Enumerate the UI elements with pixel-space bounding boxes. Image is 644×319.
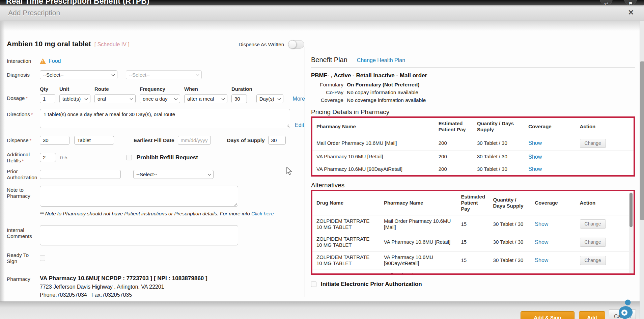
pricing-table: Pharmacy Name Estimated Patient Pay Quan…	[312, 118, 634, 175]
required-asterisk: *	[26, 96, 27, 101]
col-pharmacy-name: Pharmacy Name	[312, 121, 435, 132]
earliest-fill-date-input[interactable]: mm/dd/yyyy	[178, 136, 211, 145]
pricing-patient-pay: 200	[435, 151, 473, 162]
alt-change-button[interactable]: Change	[580, 274, 606, 275]
prior-authorization-input[interactable]	[40, 170, 121, 179]
coverage-show-link[interactable]: Show	[528, 154, 542, 160]
pricing-row: VA Pharmacy 10.6MU [Retail] 200 30 Table…	[312, 151, 634, 163]
frequency-select[interactable]: once a day	[140, 94, 180, 103]
col-estimated-patient-pay: Estimated Patient Pay	[457, 191, 489, 215]
directions-textarea[interactable]: 1 tablet(s) once a day after a meal for …	[40, 109, 290, 128]
epa-checkbox[interactable]	[311, 282, 316, 287]
benefit-plan-title: Benefit Plan	[311, 56, 347, 64]
note-to-pharmacy-label: Note to Pharmacy	[7, 186, 40, 199]
duration-unit-select[interactable]: Day(s)	[256, 94, 283, 103]
window-scrollbar-thumb[interactable]	[640, 61, 644, 220]
diagnosis-select-2-value: --Select--	[129, 72, 150, 78]
prior-authorization-select[interactable]: --Select--	[133, 170, 214, 179]
pricing-quantity: 30 Tablet / 30	[473, 151, 524, 162]
alt-change-button[interactable]: Change	[580, 238, 606, 247]
assistant-icon[interactable]	[617, 299, 634, 319]
route-select[interactable]: oral	[94, 94, 136, 103]
when-select[interactable]: after a meal	[184, 94, 227, 103]
required-asterisk: *	[22, 158, 24, 163]
alternative-row: ZOLPIDEM TARTRATE 10 MG TABLET VA Pharma…	[312, 251, 634, 269]
when-label: When	[184, 86, 227, 92]
internal-comments-text	[40, 223, 47, 234]
note-disclaimer-row: ** Note to Pharmacy should not have Pati…	[7, 211, 305, 216]
coverage-show-link[interactable]: Show	[528, 166, 542, 172]
route-label: Route	[94, 86, 136, 92]
resize-grip-icon[interactable]	[234, 203, 237, 206]
diagnosis-select-1[interactable]: --Select--	[40, 70, 117, 79]
days-of-supply-label: Days of Supply	[227, 137, 265, 143]
dispense-qty-input[interactable]: 30	[40, 136, 69, 145]
qty-label: Qty	[40, 86, 55, 92]
alt-change-button[interactable]: Change	[580, 219, 606, 229]
frequency-value: once a day	[143, 96, 167, 102]
diagnosis-select-2[interactable]: --Select--	[126, 70, 202, 79]
route-value: oral	[97, 96, 106, 102]
resize-grip-icon[interactable]	[286, 124, 289, 127]
alternative-row: ZOLPIDEM TARTRATE 10 MG TABLET Mail Orde…	[312, 215, 634, 233]
dosage-label-text: Dosage	[7, 95, 25, 101]
dispense-unit-input[interactable]: Tablet	[74, 136, 114, 145]
share-glyph: ↩	[604, 1, 609, 5]
alt-pharmacy-name: VA Pharmacy 10.6MU [90DayAtRetail]	[380, 251, 457, 269]
pricing-change-button[interactable]: Change	[580, 139, 606, 148]
chevron-down-icon	[208, 172, 211, 176]
share-icon[interactable]: ↩	[600, 0, 613, 5]
flag-icon[interactable]: ⚑	[624, 0, 637, 5]
internal-comments-row: Internal Comments	[7, 225, 305, 245]
modal-header: Add Prescription ✕	[0, 5, 644, 21]
dispense-label: Dispense*	[7, 137, 40, 143]
alt-change-button[interactable]: Change	[580, 256, 606, 265]
pricing-pharmacy-name: VA Pharmacy 10.6MU [Retail]	[312, 151, 435, 162]
click-here-link[interactable]: Click here	[251, 211, 274, 216]
note-to-pharmacy-textarea[interactable]	[40, 186, 238, 207]
diagnosis-label: Diagnosis	[7, 72, 40, 78]
ready-to-sign-checkbox[interactable]	[40, 256, 45, 261]
add-button[interactable]: Add	[579, 311, 605, 319]
coverage-show-link[interactable]: Show	[535, 239, 548, 245]
dispense-as-written-toggle[interactable]	[288, 40, 304, 49]
interaction-label: Interaction	[7, 58, 40, 64]
coverage-show-link[interactable]: Show	[535, 221, 548, 227]
diagnosis-row: Diagnosis --Select-- --Select--	[7, 70, 305, 79]
additional-refills-input[interactable]: 2	[40, 153, 56, 162]
interaction-food-link[interactable]: Food	[49, 58, 61, 64]
earliest-fill-date-label: Earliest Fill Date	[134, 137, 174, 143]
prohibit-refill-checkbox[interactable]	[127, 155, 132, 160]
pharmacy-name: VA Pharmacy 10.6MU[ NCPDP : 7723703 ] [ …	[40, 275, 207, 282]
alternatives-scrollbar-thumb[interactable]	[629, 193, 633, 227]
directions-edit-link[interactable]: Edit	[295, 122, 304, 128]
window-scrollbar[interactable]	[640, 21, 644, 319]
alt-quantity: 30 Tablet / 30	[489, 273, 531, 275]
prior-authorization-label: Prior Authorization	[7, 168, 40, 181]
drug-schedule-badge: [ Schedule IV ]	[94, 42, 130, 48]
frequency-label: Frequency	[140, 86, 180, 92]
qty-input[interactable]: 1	[40, 94, 55, 103]
ready-to-sign-label: Ready To Sign	[7, 252, 40, 264]
coverage-show-link[interactable]: Show	[528, 140, 542, 146]
alt-patient-pay: 15	[457, 236, 489, 248]
alternatives-scrollbar[interactable]	[629, 192, 633, 274]
more-link[interactable]: More	[293, 96, 305, 102]
chevron-down-icon	[222, 97, 225, 100]
pricing-row: VA Pharmacy 10.6MU [90DayAtRetail] 200 3…	[312, 163, 634, 175]
pricing-pharmacy-name: Mail Order Pharmacy 10.6MU [Mail]	[312, 137, 435, 149]
unit-select[interactable]: tablet(s)	[59, 94, 90, 103]
close-icon[interactable]: ✕	[628, 8, 634, 17]
directions-label: Directions*	[7, 109, 40, 117]
change-health-plan-link[interactable]: Change Health Plan	[357, 57, 405, 63]
add-and-sign-button[interactable]: Add & Sign	[521, 311, 575, 319]
duration-input[interactable]: 30	[231, 94, 247, 103]
rtpb-window: Real Time Prescription Benefit (RTPB) ↩ …	[0, 0, 644, 319]
days-of-supply-input[interactable]: 30	[268, 136, 286, 145]
coverage-show-link[interactable]: Show	[535, 257, 548, 263]
pricing-table-header: Pharmacy Name Estimated Patient Pay Quan…	[312, 118, 634, 136]
required-asterisk: *	[31, 112, 33, 117]
col-action: Action	[576, 197, 634, 209]
duration-label: Duration	[231, 86, 252, 92]
internal-comments-textarea[interactable]	[40, 225, 238, 245]
